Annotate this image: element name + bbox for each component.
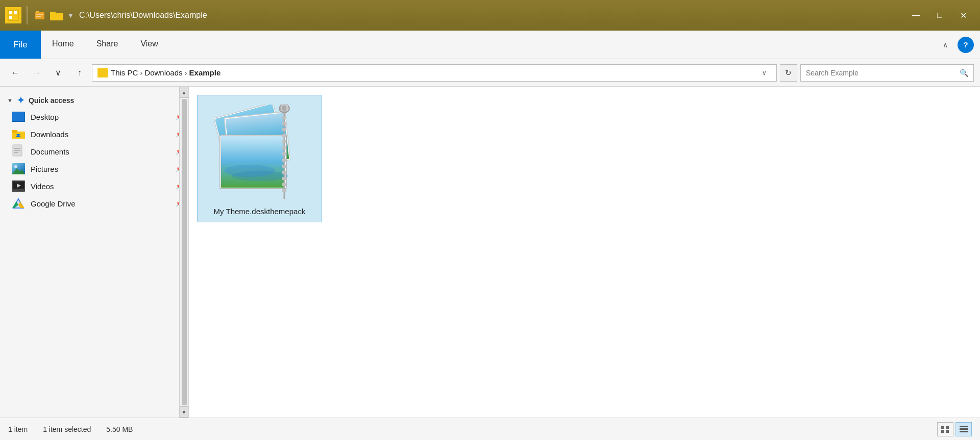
forward-button[interactable]: →	[28, 64, 46, 82]
svg-rect-14	[16, 136, 20, 137]
svg-rect-50	[282, 159, 286, 162]
documents-icon	[11, 146, 26, 157]
svg-rect-49	[282, 152, 286, 156]
pictures-icon	[11, 163, 26, 174]
sidebar-item-pictures-label: Pictures	[31, 165, 58, 173]
svg-rect-9	[50, 12, 56, 15]
folder-icon	[50, 9, 64, 21]
svg-rect-52	[282, 171, 286, 174]
address-text: This PC › Downloads › Example	[111, 68, 220, 77]
svg-rect-2	[9, 16, 12, 19]
minimize-button[interactable]: —	[904, 7, 928, 24]
svg-rect-64	[960, 426, 968, 427]
sidebar-item-videos[interactable]: Videos 📌	[0, 177, 188, 195]
main-area: ▼ ✦ Quick access Desktop 📌	[0, 87, 980, 418]
svg-rect-43	[282, 116, 286, 119]
svg-rect-47	[282, 140, 286, 143]
app-icon	[5, 7, 21, 23]
sidebar: ▼ ✦ Quick access Desktop 📌	[0, 87, 189, 418]
file-icon-svg	[209, 105, 311, 199]
ribbon-share-tab[interactable]: Share	[85, 31, 130, 59]
ribbon-collapse-button[interactable]: ∧	[937, 37, 953, 53]
svg-rect-66	[960, 431, 968, 432]
scrollbar-up-button[interactable]: ▲	[180, 87, 189, 98]
sidebar-item-googledrive-label: Google Drive	[31, 199, 76, 208]
scrollbar-thumb[interactable]	[182, 99, 187, 405]
downloads-icon	[11, 128, 26, 140]
svg-rect-4	[35, 12, 44, 19]
sidebar-scroll: ▼ ✦ Quick access Desktop 📌	[0, 87, 188, 418]
close-button[interactable]: ✕	[951, 7, 975, 24]
svg-rect-11	[12, 130, 17, 133]
refresh-button[interactable]: ↻	[780, 64, 797, 82]
breadcrumb-this-pc[interactable]: This PC	[111, 68, 138, 77]
sidebar-item-documents[interactable]: Documents 📌	[0, 143, 188, 160]
status-bar: 1 item 1 item selected 5.50 MB	[0, 418, 980, 440]
desktop-icon	[11, 111, 26, 122]
maximize-button[interactable]: □	[928, 7, 951, 24]
sidebar-item-downloads[interactable]: Downloads 📌	[0, 125, 188, 143]
address-folder-icon	[97, 68, 108, 77]
status-selected-count: 1 item selected	[43, 425, 91, 433]
back-button[interactable]: ←	[6, 64, 24, 82]
status-view-buttons	[937, 422, 972, 436]
svg-point-40	[232, 171, 288, 181]
ribbon: File Home Share View ∧ ?	[0, 31, 980, 59]
svg-rect-62	[941, 430, 944, 433]
svg-rect-61	[946, 426, 949, 429]
svg-rect-3	[14, 11, 17, 14]
title-bar: ▼ C:\Users\chris\Downloads\Example — □ ✕	[0, 0, 980, 31]
search-icon: 🔍	[960, 69, 968, 77]
up-button[interactable]: ↑	[70, 64, 89, 82]
svg-rect-46	[282, 134, 286, 137]
ribbon-help-button[interactable]: ?	[958, 37, 974, 53]
sidebar-quick-access-label: Quick access	[29, 96, 75, 105]
svg-rect-60	[941, 426, 944, 429]
sidebar-scrollbar[interactable]: ▲ ▼	[179, 87, 188, 418]
details-view-button[interactable]	[937, 422, 953, 436]
svg-rect-44	[282, 122, 286, 125]
svg-rect-51	[282, 165, 286, 168]
large-icons-view-button[interactable]	[955, 422, 972, 436]
file-item-mytheme[interactable]: My Theme.deskthemepack	[197, 95, 322, 222]
svg-rect-5	[36, 11, 39, 13]
svg-rect-63	[946, 430, 949, 433]
sidebar-item-pictures[interactable]: Pictures 📌	[0, 160, 188, 177]
sidebar-item-videos-label: Videos	[31, 182, 54, 191]
sidebar-item-googledrive[interactable]: Google Drive 📌	[0, 195, 188, 212]
divider	[27, 6, 28, 24]
ribbon-view-tab[interactable]: View	[129, 31, 169, 59]
address-dropdown-button[interactable]: ∨	[757, 65, 771, 81]
svg-rect-48	[282, 146, 286, 149]
search-input[interactable]	[806, 69, 957, 77]
scrollbar-down-button[interactable]: ▼	[180, 406, 189, 418]
sidebar-item-desktop-label: Desktop	[31, 113, 59, 121]
file-thumbnail	[204, 100, 316, 202]
nav-bar: ← → ∨ ↑ This PC › Downloads › Example ∨ …	[0, 59, 980, 87]
search-bar[interactable]: 🔍	[800, 64, 974, 82]
status-size: 5.50 MB	[106, 425, 133, 433]
googledrive-icon	[11, 198, 26, 209]
svg-rect-53	[282, 177, 286, 180]
svg-rect-59	[282, 106, 286, 111]
ribbon-file-tab[interactable]: File	[0, 31, 41, 59]
status-item-count: 1 item	[8, 425, 28, 433]
svg-rect-45	[282, 128, 286, 131]
sidebar-item-downloads-label: Downloads	[31, 130, 68, 139]
sidebar-quick-access-header[interactable]: ▼ ✦ Quick access	[0, 92, 188, 108]
title-path: C:\Users\chris\Downloads\Example	[79, 11, 207, 20]
svg-rect-1	[9, 11, 12, 14]
window-controls: — □ ✕	[904, 7, 975, 24]
recent-locations-button[interactable]: ∨	[49, 64, 67, 82]
breadcrumb-downloads[interactable]: Downloads	[144, 68, 182, 77]
address-bar[interactable]: This PC › Downloads › Example ∨	[92, 64, 777, 82]
ribbon-end: ∧ ?	[937, 31, 980, 59]
file-name: My Theme.deskthemepack	[214, 206, 306, 217]
file-area: My Theme.deskthemepack	[189, 87, 980, 418]
sidebar-item-desktop[interactable]: Desktop 📌	[0, 108, 188, 125]
svg-rect-55	[282, 189, 286, 192]
ribbon-home-tab[interactable]: Home	[41, 31, 85, 59]
svg-rect-54	[282, 183, 286, 186]
breadcrumb-example[interactable]: Example	[189, 68, 221, 77]
svg-point-21	[14, 165, 17, 168]
